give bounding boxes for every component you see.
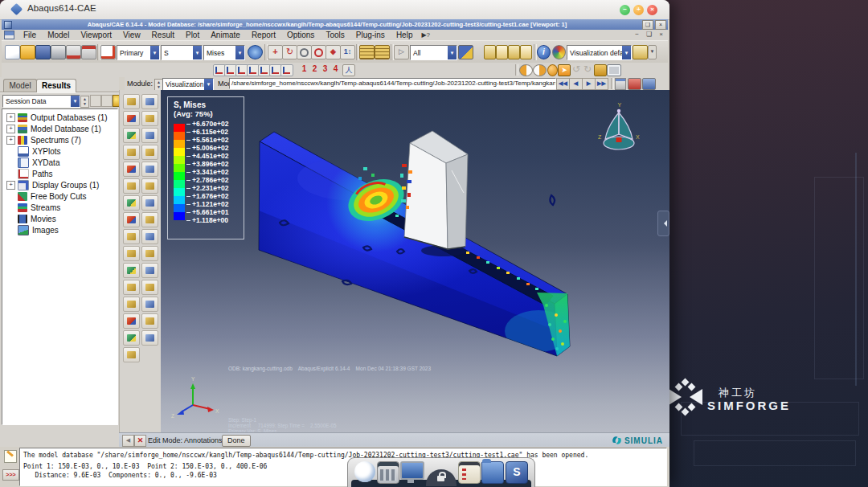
menu-item[interactable]: Result: [146, 31, 180, 39]
options-target-combo[interactable]: Visualization defaults▼: [567, 45, 632, 60]
last-frame-icon[interactable]: ▶▶: [595, 78, 608, 90]
undeformed-plot-icon[interactable]: [359, 45, 375, 59]
tree-root-combo[interactable]: Session Data▼: [2, 95, 80, 108]
animate-harmonic-icon[interactable]: [123, 212, 140, 227]
context-help-icon[interactable]: ▶?: [421, 31, 430, 39]
next-frame-icon[interactable]: ▶: [582, 78, 596, 90]
tab-results[interactable]: Results: [36, 79, 76, 92]
tree-collapse-icon[interactable]: [90, 95, 101, 107]
rotate-view-icon[interactable]: ↻: [282, 45, 297, 59]
time-history-options-icon[interactable]: [141, 195, 158, 211]
deformed-options-icon[interactable]: [141, 111, 158, 126]
view-cut-manager-icon[interactable]: [123, 246, 140, 261]
chevron-down-icon[interactable]: ▼: [235, 46, 244, 59]
filled-render-icon[interactable]: [520, 45, 532, 59]
window-titlebar[interactable]: Abaqus614-CAE − + ×: [0, 0, 669, 20]
save-icon[interactable]: [35, 45, 51, 59]
perspective-off-icon[interactable]: [533, 64, 547, 76]
display-group-options-icon[interactable]: [141, 280, 158, 295]
chevron-down-icon[interactable]: ▼: [150, 46, 159, 59]
info-icon[interactable]: i: [537, 45, 551, 59]
user-view-button[interactable]: 4: [331, 64, 340, 75]
frame-selector-icon[interactable]: [615, 78, 626, 90]
tree-item-xyplots[interactable]: XYPlots: [2, 145, 117, 157]
menu-item[interactable]: Report: [246, 31, 281, 39]
menu-item[interactable]: Model: [42, 31, 75, 39]
shaded-render-icon[interactable]: [508, 45, 520, 59]
apply-iso-view-icon[interactable]: [280, 64, 293, 76]
new-file-icon[interactable]: [5, 45, 20, 59]
field-output-dialog-icon[interactable]: [100, 45, 116, 59]
refresh-plot-icon[interactable]: [248, 45, 263, 59]
perspective-on-icon[interactable]: [519, 64, 533, 76]
harmonic-options-icon[interactable]: [141, 212, 158, 227]
undeformed-options-icon[interactable]: [141, 94, 158, 109]
panel-slide-handle[interactable]: [657, 211, 669, 236]
mdi-restore-button[interactable]: ❏: [642, 20, 653, 30]
tree-item-spectrums[interactable]: + Spectrums (7): [2, 134, 117, 145]
custom-views-icon[interactable]: 人: [342, 64, 355, 76]
contour-options-icon[interactable]: [141, 128, 158, 143]
field-output-refinement-combo[interactable]: Mises▼: [203, 45, 245, 60]
dock-software-box-icon[interactable]: S: [506, 461, 528, 484]
box-zoom-icon[interactable]: [311, 45, 326, 59]
chevron-down-icon[interactable]: ▼: [204, 79, 213, 90]
menu-item[interactable]: Tools: [320, 31, 350, 39]
snapshot-camera-icon[interactable]: [642, 78, 656, 90]
kernel-prompt-button[interactable]: >>>: [2, 469, 19, 481]
plot-symbols-icon[interactable]: [123, 145, 140, 160]
viewport-canvas[interactable]: Y Z X Y X Z S, Mis: [161, 90, 669, 432]
dock-clipboard-icon[interactable]: [458, 461, 481, 484]
print-file-icon[interactable]: [81, 45, 96, 59]
plot-material-orientations-icon[interactable]: [123, 162, 140, 177]
render-options-icon[interactable]: [552, 45, 566, 59]
color-code-dialog-icon[interactable]: [123, 297, 140, 312]
color-code-icon[interactable]: [458, 45, 473, 59]
plot-deformed-shape-icon[interactable]: [123, 111, 140, 126]
free-body-cut-manager-icon[interactable]: [123, 313, 140, 329]
tree-item-output-databases[interactable]: + Output Databases (1): [2, 112, 117, 123]
dock-lamp-icon[interactable]: [354, 461, 375, 482]
tree-item-paths[interactable]: Paths: [2, 168, 117, 179]
viewport-annotations-icon[interactable]: [607, 64, 621, 76]
redo-icon[interactable]: ↻: [582, 64, 593, 75]
free-body-options-icon[interactable]: [141, 313, 158, 329]
module-combo[interactable]: Visualization▼: [162, 78, 214, 91]
animate-time-history-icon[interactable]: [123, 195, 140, 211]
done-button[interactable]: Done: [222, 435, 251, 447]
tree-item-display-groups[interactable]: + Display Groups (1): [2, 179, 117, 190]
tree-expander-icon[interactable]: +: [6, 113, 15, 122]
menu-item[interactable]: Help: [391, 31, 419, 39]
tree-item-movies[interactable]: Movies: [2, 213, 117, 224]
user-view-button[interactable]: 3: [321, 64, 330, 75]
menu-item[interactable]: Viewport: [75, 31, 117, 39]
deformed-plot-icon[interactable]: [375, 45, 390, 59]
minimize-button[interactable]: −: [620, 5, 630, 15]
animation-options-icon[interactable]: [141, 178, 158, 194]
query-information-icon[interactable]: [123, 229, 140, 244]
previous-prompt-icon[interactable]: [122, 435, 134, 447]
lock-viewport-icon[interactable]: [594, 64, 607, 76]
results-tree[interactable]: + Output Databases (1) + Model Database …: [2, 108, 118, 425]
color-code-options-icon[interactable]: [141, 297, 158, 312]
viewport-menu-icon[interactable]: [4, 31, 14, 39]
movie-camera-icon[interactable]: [628, 78, 641, 90]
field-output-variable-combo[interactable]: S▼: [161, 45, 203, 60]
menu-item[interactable]: Animate: [205, 31, 246, 39]
plot-undeformed-shape-icon[interactable]: [123, 94, 140, 109]
chevron-down-icon[interactable]: ▼: [71, 96, 80, 107]
menu-item[interactable]: Plug-ins: [350, 31, 391, 39]
cancel-procedure-icon[interactable]: [134, 435, 146, 447]
tree-item-xydata[interactable]: XYData: [2, 157, 117, 168]
path-manager-icon[interactable]: [123, 263, 140, 278]
wireframe-render-icon[interactable]: [484, 45, 496, 59]
mdi-close-button[interactable]: ×: [655, 20, 666, 30]
hidden-line-render-icon[interactable]: [496, 45, 508, 59]
dock-calculator-icon[interactable]: [377, 461, 399, 484]
user-view-button[interactable]: 1: [300, 64, 309, 75]
tree-root-spinner[interactable]: ▲▼: [80, 96, 89, 108]
render-beads-icon[interactable]: [547, 64, 558, 76]
symbol-options-icon[interactable]: [141, 145, 158, 160]
previous-frame-icon[interactable]: ◀: [569, 78, 583, 90]
user-view-button[interactable]: 2: [310, 64, 319, 75]
